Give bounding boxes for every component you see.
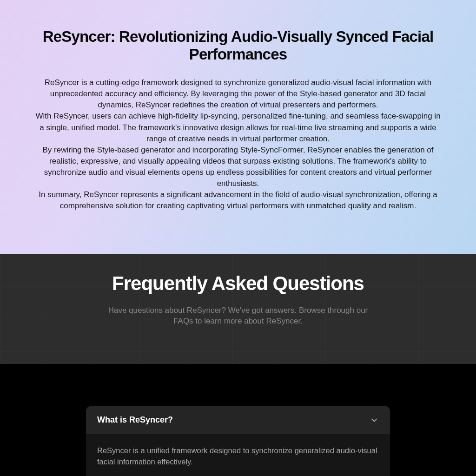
faq-answer: ReSyncer is a unified framework designed… <box>86 434 390 476</box>
faq-item: What is ReSyncer? ReSyncer is a unified … <box>86 406 390 476</box>
faq-question-toggle[interactable]: What is ReSyncer? <box>86 406 390 434</box>
hero-paragraph-1: ReSyncer is a cutting-edge framework des… <box>33 77 443 111</box>
hero-paragraph-2: With ReSyncer, users can achieve high-fi… <box>33 111 443 144</box>
faq-list: What is ReSyncer? ReSyncer is a unified … <box>0 364 476 476</box>
faq-question-text: What is ReSyncer? <box>97 415 173 425</box>
faq-subtitle: Have questions about ReSyncer? We've got… <box>103 305 373 327</box>
faq-header: Frequently Asked Questions Have question… <box>0 254 476 364</box>
hero-section: ReSyncer: Revolutionizing Audio-Visually… <box>0 0 476 254</box>
faq-title: Frequently Asked Questions <box>9 272 467 295</box>
chevron-down-icon <box>370 416 379 425</box>
hero-paragraph-3: By rewiring the Style-based generator an… <box>33 145 443 190</box>
hero-paragraph-4: In summary, ReSyncer represents a signif… <box>33 189 443 212</box>
page-title: ReSyncer: Revolutionizing Audio-Visually… <box>33 28 443 63</box>
